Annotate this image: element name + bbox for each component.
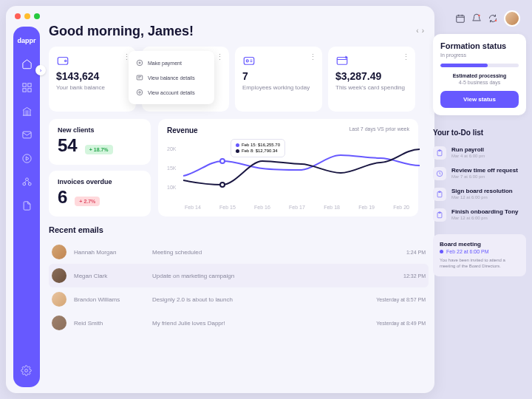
y-tick: 10K: [167, 185, 176, 190]
svg-point-23: [495, 20, 497, 21]
clipboard-icon: [433, 208, 446, 222]
est-title: Estimated processing: [440, 73, 519, 78]
metric-title: New clients: [58, 126, 142, 134]
refresh-icon[interactable]: [488, 13, 498, 24]
clipboard-icon: [433, 146, 446, 160]
y-tick: 20K: [167, 146, 176, 151]
sidebar: dappr: [13, 27, 40, 387]
svg-point-11: [65, 60, 66, 61]
emails-list: Hannah Morgan Meeting scheduled 1:24 PM …: [49, 240, 429, 335]
metric-invoices-overdue[interactable]: Invoices overdue 6 + 2.7%: [49, 171, 151, 216]
card-value: $3,287.49: [335, 70, 408, 82]
svg-rect-3: [27, 88, 30, 91]
formation-status: In progress: [440, 52, 519, 58]
clock-icon: [433, 167, 446, 180]
minimize-dot[interactable]: [24, 13, 30, 19]
meeting-card[interactable]: Board meeting Feb 22 at 6:00 PM You have…: [433, 234, 526, 276]
nav-settings-icon[interactable]: [21, 365, 33, 377]
progress-bar: [440, 64, 519, 67]
x-tick: Feb 20: [393, 205, 409, 210]
maximize-dot[interactable]: [34, 13, 40, 19]
svg-point-20: [220, 183, 225, 187]
view-status-button[interactable]: View status: [440, 91, 519, 108]
email-row[interactable]: Hannah Morgan Meeting scheduled 1:24 PM: [49, 240, 429, 264]
todo-title: Your to-Do list: [433, 129, 526, 137]
card-spending[interactable]: ⋮ $3,287.49 This week's card spending: [328, 47, 415, 112]
user-avatar[interactable]: [504, 10, 520, 27]
avatar: [52, 268, 66, 283]
dd-view-account[interactable]: View account details: [129, 85, 214, 100]
card-label: Your bank balance: [56, 84, 129, 92]
todo-item[interactable]: Run payrollMar 4 at 6:00 pm: [433, 143, 526, 163]
svg-rect-2: [22, 88, 25, 91]
emails-title: Recent emails: [49, 225, 429, 234]
email-row[interactable]: Brandon Williams Designly 2.0 is about t…: [49, 287, 429, 311]
svg-rect-0: [22, 83, 25, 86]
todo-item[interactable]: Review time off requestMar 7 at 6:00 pm: [433, 163, 526, 184]
dd-view-balance[interactable]: View balance details: [129, 70, 214, 85]
nav-document-icon[interactable]: [21, 200, 33, 211]
nav-play-icon[interactable]: [21, 152, 33, 164]
card-value: $143,624: [56, 70, 129, 82]
nav-team-icon[interactable]: [21, 176, 33, 188]
metric-new-clients[interactable]: New clients 54 + 18.7%: [49, 119, 151, 165]
email-row[interactable]: Reid Smith My friend Julie loves Dappr! …: [49, 311, 429, 335]
x-axis: Feb 14 Feb 15 Feb 16 Feb 17 Feb 18 Feb 1…: [185, 205, 409, 210]
avatar: [52, 245, 66, 259]
more-icon[interactable]: ⋮: [216, 52, 223, 62]
card-dropdown: Make payment View balance details View a…: [129, 51, 214, 104]
more-icon[interactable]: ⋮: [402, 52, 409, 62]
nav-home-icon[interactable]: [21, 58, 33, 69]
card-employees[interactable]: ⋮ 7 Employees working today: [235, 47, 322, 112]
more-icon[interactable]: ⋮: [309, 52, 316, 62]
x-tick: Feb 15: [219, 205, 236, 210]
card-bank-balance[interactable]: ⋮ $143,624 Your bank balance: [49, 47, 136, 112]
card-icon: [335, 54, 349, 66]
svg-rect-12: [244, 58, 254, 65]
app-window: dappr › Good morning, James! ‹ › ⋮ $143,…: [6, 6, 434, 393]
svg-point-22: [478, 15, 480, 16]
y-tick: 15K: [167, 166, 176, 171]
greeting-title: Good morning, James!: [49, 24, 429, 39]
stat-cards: ⋮ $143,624 Your bank balance ⋮ ⋮ 7 Emplo…: [49, 47, 429, 112]
meeting-title: Board meeting: [440, 241, 519, 248]
avatar: [52, 292, 66, 307]
formation-title: Formation status: [440, 41, 519, 50]
svg-rect-16: [137, 75, 143, 80]
metric-title: Invoices overdue: [58, 178, 142, 185]
svg-point-7: [22, 183, 25, 185]
todo-item[interactable]: Sign board resolutionMar 12 at 6:00 pm: [433, 184, 526, 205]
card-value: 7: [242, 70, 315, 82]
sidebar-expand-icon[interactable]: ›: [35, 65, 46, 75]
chart-lines: [183, 145, 420, 202]
nav-bank-icon[interactable]: [21, 105, 33, 117]
svg-rect-4: [22, 132, 30, 138]
x-tick: Feb 18: [324, 205, 340, 210]
card-label: This week's card spending: [335, 84, 408, 92]
badge-icon: [242, 54, 256, 66]
dd-make-payment[interactable]: Make payment: [129, 55, 214, 70]
metric-value: 6: [58, 187, 67, 208]
calendar-icon[interactable]: [455, 13, 466, 24]
wallet-icon: [56, 54, 69, 66]
pager-next[interactable]: ›: [422, 27, 424, 35]
pager: ‹ ›: [416, 27, 424, 35]
pager-prev[interactable]: ‹: [416, 27, 418, 35]
clipboard-icon: [433, 188, 446, 201]
avatar: [52, 316, 66, 330]
svg-point-9: [25, 369, 28, 372]
close-dot[interactable]: [15, 13, 21, 19]
bell-icon[interactable]: [471, 13, 482, 24]
nav-mail-icon[interactable]: [21, 129, 33, 140]
email-row[interactable]: Megan Clark Update on marketing campaign…: [49, 264, 429, 287]
progress-fill: [440, 64, 488, 67]
chart-subtitle: Last 7 days VS prior week: [349, 126, 409, 132]
window-controls: [15, 13, 40, 19]
logo: dappr: [17, 37, 35, 44]
nav-dashboard-icon[interactable]: [21, 81, 33, 93]
x-tick: Feb 17: [289, 205, 305, 210]
todo-item[interactable]: Finish onboarding TonyMar 12 at 6:00 pm: [433, 205, 526, 225]
chart-tooltip: Feb 15: $16,255.70 Feb 8: $12,790.34: [231, 139, 285, 157]
svg-rect-1: [27, 83, 30, 86]
metric-badge: + 18.7%: [85, 145, 113, 154]
